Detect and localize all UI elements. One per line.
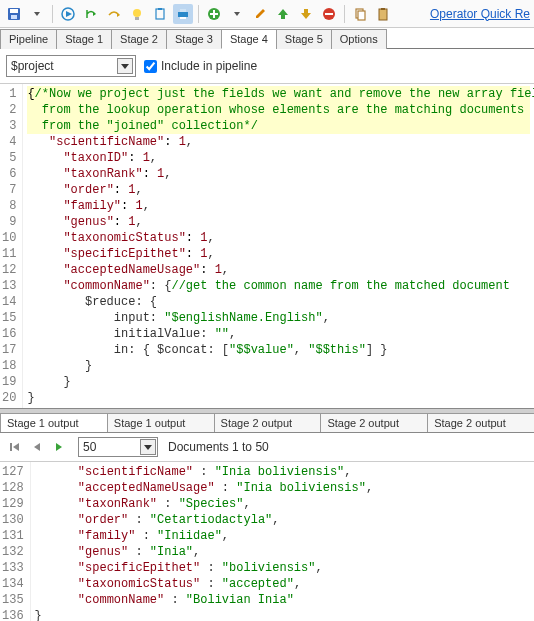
svg-rect-13 [325,13,333,15]
svg-point-4 [133,9,141,17]
svg-rect-5 [135,17,139,20]
remove-button[interactable] [319,4,339,24]
add-button[interactable] [204,4,224,24]
svg-rect-8 [178,12,188,17]
svg-rect-1 [10,9,18,13]
first-page-button[interactable] [6,438,24,456]
pipeline-tabs: PipelineStage 1Stage 2Stage 3Stage 4Stag… [0,28,534,49]
save-dropdown-button[interactable] [27,4,47,24]
output-tab[interactable]: Stage 2 output [427,413,534,432]
separator [344,5,345,23]
paste-button[interactable] [373,4,393,24]
lightbulb-button[interactable] [127,4,147,24]
step-over-button[interactable] [104,4,124,24]
output-body: "scientificName" : "Inia boliviensis", "… [31,462,534,621]
stage-bar: $project Include in pipeline [0,49,534,84]
print-button[interactable] [173,4,193,24]
page-size-value: 50 [83,440,96,454]
separator [52,5,53,23]
operator-value: $project [11,59,54,73]
down-button[interactable] [296,4,316,24]
tab-stage-4[interactable]: Stage 4 [221,29,277,49]
prev-page-button[interactable] [28,438,46,456]
add-dropdown-button[interactable] [227,4,247,24]
svg-rect-7 [158,8,162,10]
copy-button[interactable] [350,4,370,24]
tab-stage-2[interactable]: Stage 2 [111,29,167,49]
output-tab[interactable]: Stage 1 output [0,413,108,432]
output-gutter: 127128129130131132133134135136 [0,462,31,621]
step-button[interactable] [81,4,101,24]
separator [198,5,199,23]
tab-pipeline[interactable]: Pipeline [0,29,57,49]
save-button[interactable] [4,4,24,24]
next-page-button[interactable] [50,438,68,456]
line-gutter: 1234567891011121314151617181920 [0,84,23,408]
svg-rect-9 [180,9,186,12]
svg-rect-10 [180,17,186,19]
up-button[interactable] [273,4,293,24]
include-checkbox-wrap[interactable]: Include in pipeline [144,59,257,73]
output-viewer[interactable]: 127128129130131132133134135136 "scientif… [0,462,534,621]
output-tab[interactable]: Stage 2 output [214,413,322,432]
output-tabs: Stage 1 outputStage 1 outputStage 2 outp… [0,409,534,433]
clipboard-button[interactable] [150,4,170,24]
run-button[interactable] [58,4,78,24]
svg-rect-15 [358,11,365,20]
main-toolbar: Operator Quick Re [0,0,534,28]
quick-ref-link[interactable]: Operator Quick Re [430,7,530,21]
dropdown-arrow-icon[interactable] [140,439,156,455]
svg-rect-16 [379,9,387,20]
page-size-select[interactable]: 50 [78,437,158,457]
tab-stage-1[interactable]: Stage 1 [56,29,112,49]
tab-stage-3[interactable]: Stage 3 [166,29,222,49]
code-editor[interactable]: 1234567891011121314151617181920 {/*Now w… [0,84,534,409]
output-nav-bar: 50 Documents 1 to 50 [0,433,534,462]
documents-label: Documents 1 to 50 [168,440,269,454]
output-tab[interactable]: Stage 2 output [320,413,428,432]
code-body[interactable]: {/*Now we project just the fields we wan… [23,84,534,408]
include-label: Include in pipeline [161,59,257,73]
svg-rect-2 [11,15,17,19]
operator-select[interactable]: $project [6,55,136,77]
output-tab[interactable]: Stage 1 output [107,413,215,432]
tab-options[interactable]: Options [331,29,387,49]
edit-button[interactable] [250,4,270,24]
dropdown-arrow-icon[interactable] [117,58,133,74]
svg-rect-17 [381,8,385,10]
include-checkbox[interactable] [144,60,157,73]
svg-rect-6 [156,9,164,19]
tab-stage-5[interactable]: Stage 5 [276,29,332,49]
